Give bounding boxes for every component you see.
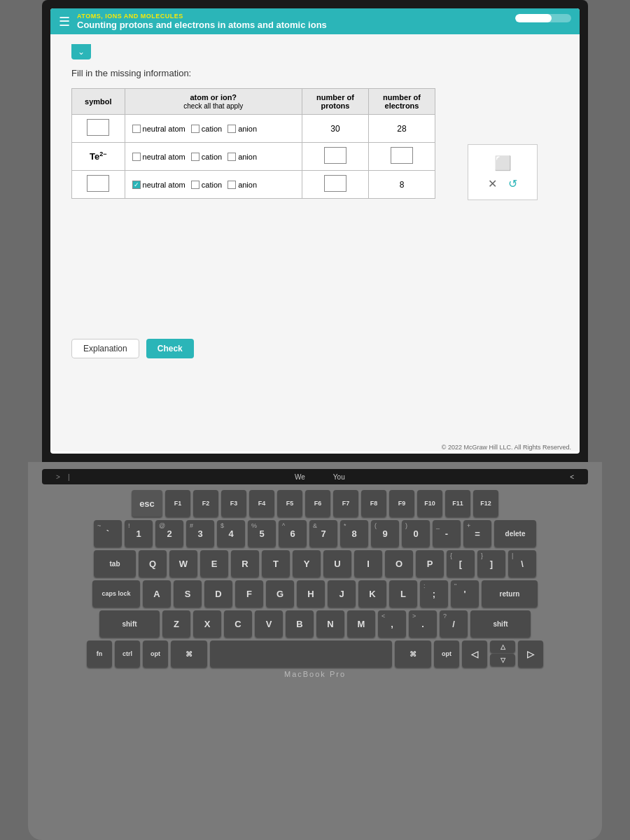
anion-check-2[interactable]: anion bbox=[227, 153, 257, 161]
key-f9[interactable]: F9 bbox=[389, 490, 414, 517]
key-u[interactable]: U bbox=[323, 550, 351, 577]
key-return[interactable]: return bbox=[482, 580, 538, 607]
key-i[interactable]: I bbox=[354, 550, 382, 577]
symbol-input-3[interactable] bbox=[87, 175, 109, 192]
protons-cell-3[interactable] bbox=[302, 171, 368, 199]
symbol-input-1[interactable] bbox=[87, 119, 109, 136]
key-6[interactable]: ^6 bbox=[279, 520, 307, 547]
key-minus[interactable]: _- bbox=[433, 520, 461, 547]
menu-icon[interactable]: ☰ bbox=[59, 14, 70, 29]
key-cmd-right[interactable]: ⌘ bbox=[395, 640, 431, 667]
key-r[interactable]: R bbox=[231, 550, 259, 577]
key-1[interactable]: !1 bbox=[125, 520, 153, 547]
key-m[interactable]: M bbox=[347, 610, 375, 637]
key-backslash[interactable]: |\ bbox=[508, 550, 536, 577]
key-f8[interactable]: F8 bbox=[361, 490, 386, 517]
neutral-atom-check-1[interactable]: neutral atom bbox=[132, 125, 186, 133]
cb-anion-1[interactable] bbox=[227, 125, 236, 133]
key-f[interactable]: F bbox=[235, 580, 263, 607]
electrons-input-2[interactable] bbox=[391, 147, 413, 164]
cb-cation-1[interactable] bbox=[191, 125, 200, 133]
key-cmd-left[interactable]: ⌘ bbox=[171, 640, 207, 667]
cb-anion-2[interactable] bbox=[227, 153, 236, 161]
key-3[interactable]: #3 bbox=[186, 520, 214, 547]
key-7[interactable]: &7 bbox=[309, 520, 337, 547]
cb-neutral-2[interactable] bbox=[132, 153, 141, 161]
key-c[interactable]: C bbox=[224, 610, 252, 637]
key-f4[interactable]: F4 bbox=[249, 490, 274, 517]
key-9[interactable]: (9 bbox=[371, 520, 399, 547]
key-caps[interactable]: caps lock bbox=[92, 580, 140, 607]
key-p[interactable]: P bbox=[416, 550, 444, 577]
cation-check-1[interactable]: cation bbox=[191, 125, 222, 133]
cation-check-3[interactable]: cation bbox=[191, 181, 222, 189]
key-arrow-right[interactable]: ▷ bbox=[518, 640, 543, 667]
key-s[interactable]: S bbox=[174, 580, 202, 607]
key-f6[interactable]: F6 bbox=[305, 490, 330, 517]
key-q[interactable]: Q bbox=[139, 550, 167, 577]
key-slash[interactable]: ?/ bbox=[440, 610, 468, 637]
cb-neutral-3[interactable] bbox=[132, 181, 141, 189]
key-k[interactable]: K bbox=[358, 580, 386, 607]
key-arrow-left[interactable]: ◁ bbox=[462, 640, 487, 667]
key-v[interactable]: V bbox=[255, 610, 283, 637]
key-l[interactable]: L bbox=[389, 580, 417, 607]
key-d[interactable]: D bbox=[204, 580, 232, 607]
key-x[interactable]: X bbox=[193, 610, 221, 637]
key-arrow-down[interactable]: ▽ bbox=[490, 654, 515, 666]
key-f1[interactable]: F1 bbox=[165, 490, 190, 517]
cb-cation-3[interactable] bbox=[191, 181, 200, 189]
electrons-cell-2[interactable] bbox=[368, 143, 435, 171]
cb-anion-3[interactable] bbox=[227, 181, 236, 189]
explanation-button[interactable]: Explanation bbox=[71, 339, 139, 358]
key-fn[interactable]: fn bbox=[87, 640, 112, 667]
key-5[interactable]: %5 bbox=[248, 520, 276, 547]
key-shift-left[interactable]: shift bbox=[99, 610, 160, 637]
key-comma[interactable]: <, bbox=[378, 610, 406, 637]
key-j[interactable]: J bbox=[328, 580, 356, 607]
key-space[interactable] bbox=[210, 640, 392, 667]
key-period[interactable]: >. bbox=[409, 610, 437, 637]
key-lbracket[interactable]: {[ bbox=[447, 550, 475, 577]
key-tab[interactable]: tab bbox=[94, 550, 136, 577]
neutral-atom-check-2[interactable]: neutral atom bbox=[132, 153, 186, 161]
key-2[interactable]: @2 bbox=[155, 520, 183, 547]
anion-check-1[interactable]: anion bbox=[227, 125, 257, 133]
check-button[interactable]: Check bbox=[146, 339, 194, 358]
cb-cation-2[interactable] bbox=[191, 153, 200, 161]
key-f3[interactable]: F3 bbox=[221, 490, 246, 517]
key-backtick[interactable]: ~` bbox=[94, 520, 122, 547]
key-y[interactable]: Y bbox=[293, 550, 321, 577]
undo-button[interactable]: ↺ bbox=[508, 177, 517, 190]
cation-check-2[interactable]: cation bbox=[191, 153, 222, 161]
key-0[interactable]: )0 bbox=[402, 520, 430, 547]
key-f7[interactable]: F7 bbox=[333, 490, 358, 517]
key-z[interactable]: Z bbox=[162, 610, 190, 637]
key-e[interactable]: E bbox=[200, 550, 228, 577]
protons-input-3[interactable] bbox=[324, 175, 346, 192]
cb-neutral-1[interactable] bbox=[132, 125, 141, 133]
neutral-atom-check-3[interactable]: neutral atom bbox=[132, 181, 186, 189]
key-semicolon[interactable]: :; bbox=[420, 580, 448, 607]
key-4[interactable]: $4 bbox=[217, 520, 245, 547]
key-ctrl[interactable]: ctrl bbox=[115, 640, 140, 667]
key-equals[interactable]: += bbox=[463, 520, 491, 547]
key-a[interactable]: A bbox=[143, 580, 171, 607]
key-shift-right[interactable]: shift bbox=[470, 610, 531, 637]
key-rbracket[interactable]: }] bbox=[477, 550, 505, 577]
expand-button[interactable]: ⌄ bbox=[71, 44, 91, 59]
anion-check-3[interactable]: anion bbox=[227, 181, 257, 189]
key-b[interactable]: B bbox=[286, 610, 314, 637]
key-g[interactable]: G bbox=[266, 580, 294, 607]
key-quote[interactable]: "' bbox=[451, 580, 479, 607]
key-f12[interactable]: F12 bbox=[473, 490, 498, 517]
key-t[interactable]: T bbox=[262, 550, 290, 577]
key-f10[interactable]: F10 bbox=[417, 490, 442, 517]
key-delete[interactable]: delete bbox=[494, 520, 536, 547]
key-arrow-up[interactable]: △ bbox=[490, 640, 515, 652]
key-opt-left[interactable]: opt bbox=[143, 640, 168, 667]
protons-cell-2[interactable] bbox=[302, 143, 368, 171]
key-f2[interactable]: F2 bbox=[193, 490, 218, 517]
key-o[interactable]: O bbox=[385, 550, 413, 577]
key-f11[interactable]: F11 bbox=[445, 490, 470, 517]
